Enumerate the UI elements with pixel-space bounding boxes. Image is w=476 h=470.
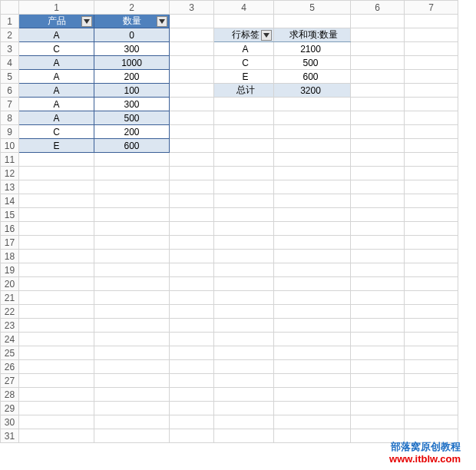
cell-r25-c4[interactable] bbox=[214, 346, 274, 360]
row-header-5[interactable]: 5 bbox=[1, 70, 19, 84]
cell-r30-c7[interactable] bbox=[405, 415, 458, 429]
cell-r22-c7[interactable] bbox=[405, 305, 458, 319]
select-all-corner[interactable] bbox=[1, 1, 19, 15]
cell-r5-c4[interactable]: E bbox=[214, 70, 274, 84]
cell-r13-c3[interactable] bbox=[170, 180, 214, 194]
cell-r21-c2[interactable] bbox=[94, 291, 170, 305]
cell-r5-c7[interactable] bbox=[405, 70, 458, 84]
cell-r29-c2[interactable] bbox=[94, 402, 170, 415]
cell-r6-c3[interactable] bbox=[170, 84, 214, 98]
cell-r9-c6[interactable] bbox=[351, 125, 405, 139]
cell-r6-c4[interactable]: 总计 bbox=[214, 84, 274, 98]
cell-r4-c5[interactable]: 500 bbox=[274, 56, 351, 70]
row-header-17[interactable]: 17 bbox=[1, 236, 19, 250]
cell-r4-c7[interactable] bbox=[405, 56, 458, 70]
cell-r5-c3[interactable] bbox=[170, 70, 214, 84]
cell-r23-c1[interactable] bbox=[19, 319, 94, 333]
cell-r10-c7[interactable] bbox=[405, 139, 458, 153]
cell-r29-c4[interactable] bbox=[214, 402, 274, 415]
row-header-7[interactable]: 7 bbox=[1, 98, 19, 111]
cell-r19-c7[interactable] bbox=[405, 263, 458, 277]
cell-r28-c5[interactable] bbox=[274, 388, 351, 402]
cell-r26-c2[interactable] bbox=[94, 360, 170, 374]
row-header-9[interactable]: 9 bbox=[1, 125, 19, 139]
cell-r5-c2[interactable]: 200 bbox=[94, 70, 170, 84]
cell-r20-c1[interactable] bbox=[19, 277, 94, 291]
row-header-24[interactable]: 24 bbox=[1, 333, 19, 346]
cell-r27-c3[interactable] bbox=[170, 374, 214, 388]
cell-r19-c3[interactable] bbox=[170, 263, 214, 277]
cell-r12-c1[interactable] bbox=[19, 167, 94, 180]
cell-r20-c7[interactable] bbox=[405, 277, 458, 291]
cell-r26-c5[interactable] bbox=[274, 360, 351, 374]
cell-r9-c3[interactable] bbox=[170, 125, 214, 139]
row-header-25[interactable]: 25 bbox=[1, 346, 19, 360]
cell-r15-c7[interactable] bbox=[405, 208, 458, 222]
cell-r28-c3[interactable] bbox=[170, 388, 214, 402]
row-header-29[interactable]: 29 bbox=[1, 402, 19, 415]
cell-r7-c2[interactable]: 300 bbox=[94, 98, 170, 111]
column-header-5[interactable]: 5 bbox=[274, 1, 351, 15]
row-header-1[interactable]: 1 bbox=[1, 15, 19, 28]
cell-r15-c1[interactable] bbox=[19, 208, 94, 222]
row-header-12[interactable]: 12 bbox=[1, 167, 19, 180]
cell-r15-c4[interactable] bbox=[214, 208, 274, 222]
row-header-19[interactable]: 19 bbox=[1, 263, 19, 277]
cell-r6-c5[interactable]: 3200 bbox=[274, 84, 351, 98]
cell-r4-c4[interactable]: C bbox=[214, 56, 274, 70]
row-header-4[interactable]: 4 bbox=[1, 56, 19, 70]
cell-r26-c6[interactable] bbox=[351, 360, 405, 374]
row-header-20[interactable]: 20 bbox=[1, 277, 19, 291]
row-header-3[interactable]: 3 bbox=[1, 42, 19, 56]
cell-r4-c1[interactable]: A bbox=[19, 56, 94, 70]
cell-r27-c7[interactable] bbox=[405, 374, 458, 388]
cell-r1-c4[interactable] bbox=[214, 15, 274, 28]
cell-r14-c5[interactable] bbox=[274, 194, 351, 208]
cell-r5-c1[interactable]: A bbox=[19, 70, 94, 84]
cell-r2-c5[interactable]: 求和项:数量 bbox=[274, 28, 351, 42]
cell-r18-c3[interactable] bbox=[170, 250, 214, 263]
cell-r6-c6[interactable] bbox=[351, 84, 405, 98]
cell-r8-c3[interactable] bbox=[170, 111, 214, 125]
cell-r30-c1[interactable] bbox=[19, 415, 94, 429]
cell-r15-c6[interactable] bbox=[351, 208, 405, 222]
cell-r9-c1[interactable]: C bbox=[19, 125, 94, 139]
cell-r25-c7[interactable] bbox=[405, 346, 458, 360]
cell-r11-c5[interactable] bbox=[274, 153, 351, 167]
cell-r30-c4[interactable] bbox=[214, 415, 274, 429]
cell-r10-c6[interactable] bbox=[351, 139, 405, 153]
cell-r21-c5[interactable] bbox=[274, 291, 351, 305]
cell-r22-c6[interactable] bbox=[351, 305, 405, 319]
row-header-8[interactable]: 8 bbox=[1, 111, 19, 125]
row-header-11[interactable]: 11 bbox=[1, 153, 19, 167]
cell-r30-c6[interactable] bbox=[351, 415, 405, 429]
cell-r2-c6[interactable] bbox=[351, 28, 405, 42]
cell-r19-c2[interactable] bbox=[94, 263, 170, 277]
cell-r2-c7[interactable] bbox=[405, 28, 458, 42]
cell-r16-c3[interactable] bbox=[170, 222, 214, 236]
cell-r21-c3[interactable] bbox=[170, 291, 214, 305]
cell-r6-c7[interactable] bbox=[405, 84, 458, 98]
cell-r26-c1[interactable] bbox=[19, 360, 94, 374]
row-header-16[interactable]: 16 bbox=[1, 222, 19, 236]
cell-r2-c4[interactable]: 行标签 bbox=[214, 28, 274, 42]
cell-r28-c1[interactable] bbox=[19, 388, 94, 402]
cell-r6-c2[interactable]: 100 bbox=[94, 84, 170, 98]
cell-r11-c4[interactable] bbox=[214, 153, 274, 167]
row-header-13[interactable]: 13 bbox=[1, 180, 19, 194]
cell-r16-c4[interactable] bbox=[214, 222, 274, 236]
cell-r11-c1[interactable] bbox=[19, 153, 94, 167]
cell-r12-c3[interactable] bbox=[170, 167, 214, 180]
cell-r8-c5[interactable] bbox=[274, 111, 351, 125]
cell-r24-c5[interactable] bbox=[274, 333, 351, 346]
cell-r25-c6[interactable] bbox=[351, 346, 405, 360]
cell-r10-c5[interactable] bbox=[274, 139, 351, 153]
row-header-2[interactable]: 2 bbox=[1, 28, 19, 42]
cell-r18-c1[interactable] bbox=[19, 250, 94, 263]
cell-r23-c5[interactable] bbox=[274, 319, 351, 333]
cell-r11-c3[interactable] bbox=[170, 153, 214, 167]
cell-r21-c7[interactable] bbox=[405, 291, 458, 305]
cell-r26-c7[interactable] bbox=[405, 360, 458, 374]
cell-r23-c6[interactable] bbox=[351, 319, 405, 333]
cell-r15-c2[interactable] bbox=[94, 208, 170, 222]
